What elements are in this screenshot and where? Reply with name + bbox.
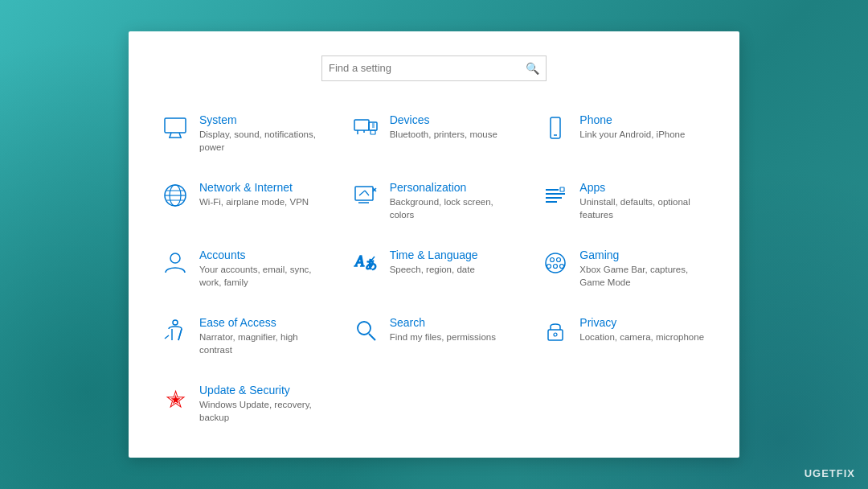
gaming-text: Gaming Xbox Game Bar, captures, Game Mod… <box>579 249 709 289</box>
apps-icon <box>539 183 571 208</box>
setting-item-personalization[interactable]: Personalization Background, lock screen,… <box>343 171 526 231</box>
svg-rect-44 <box>548 330 563 340</box>
search-text: Search Find my files, permissions <box>390 316 496 343</box>
svg-line-2 <box>179 133 181 138</box>
network-text: Network & Internet Wi-Fi, airplane mode,… <box>199 181 309 208</box>
time-icon: A あ <box>350 250 382 276</box>
system-desc: Display, sound, notifications, power <box>199 128 329 154</box>
apps-text: Apps Uninstall, defaults, optional featu… <box>579 181 709 221</box>
devices-icon <box>350 115 382 141</box>
gaming-desc: Xbox Game Bar, captures, Game Mode <box>579 263 709 289</box>
svg-point-38 <box>547 264 551 268</box>
svg-point-42 <box>358 322 371 335</box>
settings-window: 🔍 System Display, sound, notifications, … <box>129 31 739 458</box>
svg-point-40 <box>173 320 178 325</box>
personalization-title: Personalization <box>390 181 519 194</box>
svg-point-30 <box>170 253 180 263</box>
phone-desc: Link your Android, iPhone <box>579 128 685 141</box>
setting-item-time[interactable]: A あ Time & Language Speech, region, date <box>343 239 526 298</box>
svg-rect-0 <box>165 118 186 133</box>
search-input[interactable] <box>329 62 526 74</box>
svg-line-41 <box>165 335 169 339</box>
gaming-icon <box>539 250 571 276</box>
svg-point-35 <box>551 257 555 261</box>
phone-icon <box>539 115 571 141</box>
svg-rect-19 <box>355 187 373 200</box>
privacy-title: Privacy <box>579 316 704 329</box>
setting-item-privacy[interactable]: Privacy Location, camera, microphone <box>533 306 715 366</box>
search-icon: 🔍 <box>526 62 539 75</box>
setting-item-update[interactable]: ✭ Update & Security Windows Update, reco… <box>153 374 335 434</box>
ease-title: Ease of Access <box>199 316 329 329</box>
update-desc: Windows Update, recovery, backup <box>199 398 329 424</box>
time-title: Time & Language <box>390 249 478 261</box>
update-text: Update & Security Windows Update, recove… <box>199 384 329 424</box>
watermark: UGETFIX <box>805 467 855 479</box>
svg-point-45 <box>554 333 557 336</box>
svg-point-34 <box>546 253 565 273</box>
setting-item-accounts[interactable]: Accounts Your accounts, email, sync, wor… <box>153 239 335 298</box>
setting-item-ease[interactable]: Ease of Access Narrator, magnifier, high… <box>153 306 335 366</box>
devices-title: Devices <box>390 113 497 126</box>
accounts-title: Accounts <box>199 249 329 261</box>
network-title: Network & Internet <box>199 181 309 194</box>
setting-item-phone[interactable]: Phone Link your Android, iPhone <box>533 104 715 163</box>
accounts-text: Accounts Your accounts, email, sync, wor… <box>199 249 329 289</box>
phone-title: Phone <box>579 113 685 126</box>
ease-text: Ease of Access Narrator, magnifier, high… <box>199 316 329 356</box>
svg-point-37 <box>554 264 558 268</box>
gaming-title: Gaming <box>579 249 709 261</box>
system-icon <box>159 115 191 141</box>
setting-item-system[interactable]: System Display, sound, notifications, po… <box>153 104 335 163</box>
update-title: Update & Security <box>199 384 329 397</box>
apps-desc: Uninstall, defaults, optional features <box>579 195 709 221</box>
privacy-icon <box>539 318 571 343</box>
personalization-text: Personalization Background, lock screen,… <box>390 181 519 221</box>
setting-item-gaming[interactable]: Gaming Xbox Game Bar, captures, Game Mod… <box>533 239 715 298</box>
svg-line-43 <box>369 334 375 340</box>
accounts-icon <box>159 250 191 276</box>
svg-text:A: A <box>354 253 365 269</box>
settings-grid: System Display, sound, notifications, po… <box>145 104 723 434</box>
phone-text: Phone Link your Android, iPhone <box>579 113 685 141</box>
privacy-text: Privacy Location, camera, microphone <box>579 316 704 343</box>
time-text: Time & Language Speech, region, date <box>390 249 478 276</box>
setting-item-apps[interactable]: Apps Uninstall, defaults, optional featu… <box>533 171 715 231</box>
search-title: Search <box>390 316 496 329</box>
devices-desc: Bluetooth, printers, mouse <box>390 128 497 141</box>
search-bar[interactable]: 🔍 <box>321 55 547 81</box>
network-desc: Wi-Fi, airplane mode, VPN <box>199 195 309 208</box>
time-desc: Speech, region, date <box>390 263 478 276</box>
network-icon <box>159 183 191 208</box>
apps-title: Apps <box>579 181 709 194</box>
ease-desc: Narrator, magnifier, high contrast <box>199 331 329 356</box>
privacy-desc: Location, camera, microphone <box>579 331 704 343</box>
setting-item-network[interactable]: Network & Internet Wi-Fi, airplane mode,… <box>153 171 335 231</box>
svg-point-39 <box>560 264 564 268</box>
setting-item-devices[interactable]: Devices Bluetooth, printers, mouse <box>343 104 526 163</box>
system-title: System <box>199 113 329 126</box>
svg-point-36 <box>557 257 561 261</box>
svg-rect-4 <box>354 120 369 130</box>
search-desc: Find my files, permissions <box>390 331 496 343</box>
update-icon: ✭ <box>159 385 191 413</box>
devices-text: Devices Bluetooth, printers, mouse <box>390 113 497 141</box>
personalization-desc: Background, lock screen, colors <box>390 195 519 221</box>
system-text: System Display, sound, notifications, po… <box>199 113 329 154</box>
ease-icon <box>159 318 191 343</box>
setting-item-search[interactable]: Search Find my files, permissions <box>343 306 526 366</box>
personalization-icon <box>350 183 382 208</box>
svg-line-1 <box>170 133 171 138</box>
svg-line-23 <box>365 191 369 195</box>
accounts-desc: Your accounts, email, sync, work, family <box>199 263 329 289</box>
svg-line-24 <box>359 191 365 195</box>
svg-rect-29 <box>560 187 564 191</box>
search-bar-area: 🔍 <box>145 55 723 81</box>
search-settings-icon <box>350 318 382 343</box>
